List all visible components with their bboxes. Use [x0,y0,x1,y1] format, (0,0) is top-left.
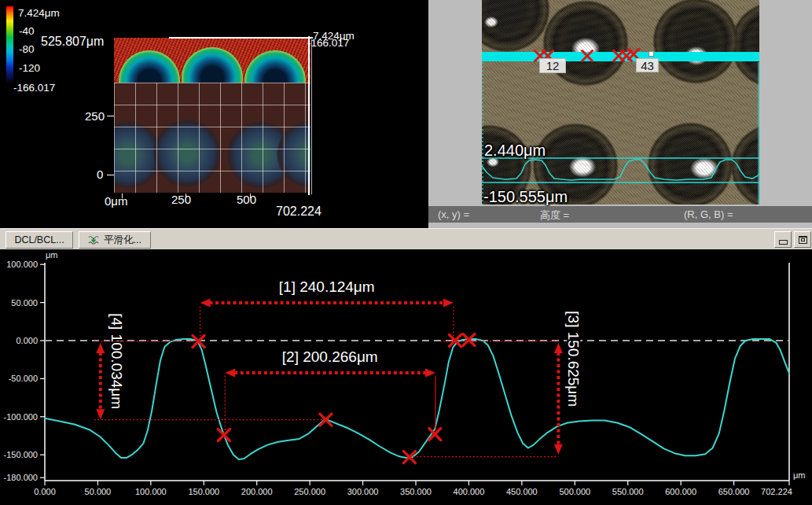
3d-ytick [107,116,114,116]
3d-frame-right2 [311,39,312,194]
svg-text:100.000: 100.000 [6,260,38,269]
colorscale-tick: -40 [19,25,35,37]
3d-ytick-label: 250 [85,109,105,123]
svg-text:350.000: 350.000 [400,487,432,496]
svg-text:300.000: 300.000 [347,487,379,496]
svg-text:650.000: 650.000 [718,487,750,496]
tab-smoothing[interactable]: 平滑化... [79,231,151,249]
marker-pair-label-43[interactable]: 43 [636,58,659,72]
svg-text:400.000: 400.000 [454,487,485,496]
svg-text:550.000: 550.000 [612,487,644,496]
minimize-button[interactable] [774,231,792,248]
line-drag-handle[interactable] [648,51,654,57]
svg-text:[2] 200.266μm: [2] 200.266μm [282,348,378,365]
svg-text:0.000: 0.000 [16,336,38,345]
status-xy-label: (x, y) = [438,208,469,220]
svg-text:150.000: 150.000 [188,487,219,496]
svg-text:250.000: 250.000 [294,487,325,496]
3d-view-panel: 7.424μm -40 -80 -120 -166.017 525.807μm … [0,0,428,228]
svg-text:[4] 100.034μm: [4] 100.034μm [108,313,125,409]
svg-text:[3] 150.625μm: [3] 150.625μm [565,311,582,407]
3d-xtick-label: 500 [237,193,256,206]
colorscale-max-label: 7.424μm [18,7,60,19]
3d-zmin-label: -166.017 [307,37,349,49]
svg-text:[1] 240.124μm: [1] 240.124μm [279,278,375,295]
3d-surface-view[interactable] [114,38,310,193]
svg-text:-150.000: -150.000 [4,450,38,459]
smoothing-wave-icon [88,234,101,245]
colorscale-tick: -80 [19,43,35,55]
svg-text:0.000: 0.000 [34,487,56,496]
measurement-overlay [482,0,759,205]
3d-frame-right [308,36,310,195]
svg-text:-100.000: -100.000 [4,412,38,422]
tab-label: 平滑化... [104,234,141,247]
svg-text:μm: μm [46,250,58,260]
3d-width-label: 525.807μm [41,35,104,49]
3d-ytick [107,175,114,175]
3d-xtick-label: 0μm [105,194,127,208]
3d-xtick-label: 250 [171,193,191,206]
tab-label: DCL/BCL... [14,234,64,245]
marker-pair-label-12[interactable]: 12 [539,58,566,73]
3d-grid-lines [114,83,310,193]
svg-text:450.000: 450.000 [506,487,538,496]
svg-text:200.000: 200.000 [241,487,273,496]
minimize-icon [779,240,788,245]
chart-tab-bar: DCL/BCL... 平滑化... [0,228,812,249]
status-rgb-label: (R, G, B) = [684,208,733,220]
restore-icon [799,236,807,244]
colorscale-tick: -120 [19,62,40,74]
svg-text:μm: μm [793,470,806,480]
profile-max-value: 2.440μm [484,142,546,160]
height-color-scale [6,6,13,84]
profile-chart-panel: DCL/BCL... 平滑化... 100.00050.0000.000-50.… [0,228,812,505]
3d-frame-top [169,37,313,39]
microscope-image[interactable]: 12 43 2.440μm -150.555μm [482,0,759,205]
3d-ytick-label: 0 [97,168,103,181]
measurement-app-screen: 7.424μm -40 -80 -120 -166.017 525.807μm … [0,0,812,505]
3d-length-label: 702.224 [276,205,321,219]
colorscale-min-label: -166.017 [13,82,55,94]
svg-text:500.000: 500.000 [559,487,590,496]
svg-text:600.000: 600.000 [665,487,696,496]
svg-text:50.000: 50.000 [85,487,112,496]
status-height-label: 高度 = [540,208,569,223]
svg-text:-50.000: -50.000 [9,374,38,383]
profile-chart-canvas[interactable]: 100.00050.0000.000-50.000-100.000-150.00… [0,228,812,505]
svg-text:100.000: 100.000 [135,487,167,496]
profile-min-value: -150.555μm [483,188,568,206]
svg-text:702.224: 702.224 [761,487,792,496]
svg-text:-180.000: -180.000 [4,473,38,482]
tab-dcl-bcl[interactable]: DCL/BCL... [6,231,73,249]
restore-button[interactable] [794,231,811,248]
image-view-panel: 12 43 2.440μm -150.555μm (x, y) = 高度 = (… [428,0,812,228]
image-status-bar: (x, y) = 高度 = (R, G, B) = [428,206,812,223]
svg-text:50.000: 50.000 [11,298,38,308]
